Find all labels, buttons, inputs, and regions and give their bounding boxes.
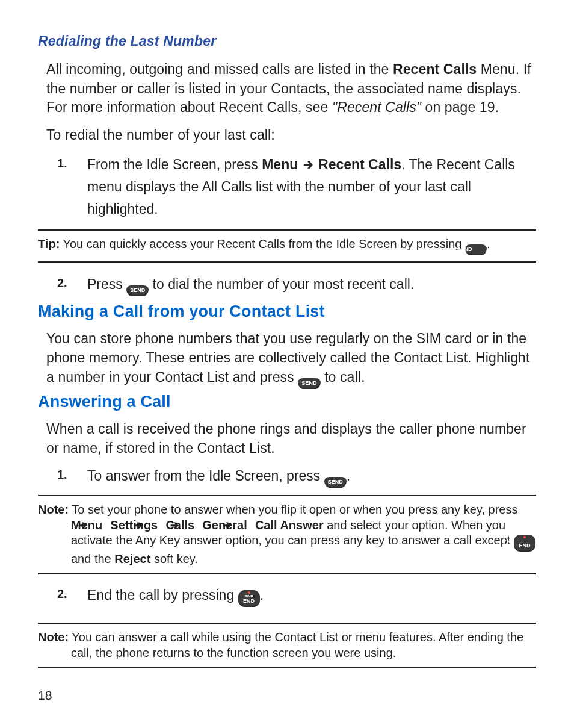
text: to call. bbox=[324, 369, 365, 385]
step-number: 1. bbox=[57, 154, 67, 173]
end-key-icon: PWREND bbox=[238, 590, 260, 607]
note-callout-2: Note: You can answer a call while using … bbox=[38, 623, 536, 668]
answer-step-2: 2. End the call by pressing PWREND. bbox=[38, 585, 536, 607]
note-callout-1: Note: To set your phone to answer when y… bbox=[38, 495, 536, 574]
redial-step-2: 2. Press SEND to dial the number of your… bbox=[38, 273, 536, 296]
bold-recent-calls: Recent Calls bbox=[318, 157, 401, 172]
section-heading-contact-list: Making a Call from your Contact List bbox=[38, 302, 536, 321]
step-number: 1. bbox=[57, 466, 67, 483]
text: . bbox=[487, 237, 490, 250]
arrow-icon: ➔ bbox=[198, 518, 199, 534]
answering-paragraph: When a call is received the phone rings … bbox=[46, 420, 536, 458]
redial-lead-in: To redial the number of your last call: bbox=[46, 126, 536, 145]
text: All incoming, outgoing and missed calls … bbox=[46, 61, 393, 77]
tip-text: You can quickly access your Recent Calls… bbox=[60, 237, 465, 250]
section-heading-answering: Answering a Call bbox=[38, 393, 536, 411]
text: Press bbox=[87, 276, 126, 292]
text: End the call by pressing bbox=[87, 587, 238, 603]
step-number: 2. bbox=[57, 273, 67, 293]
path-call-answer: Call Answer bbox=[255, 518, 324, 532]
step-number: 2. bbox=[57, 585, 67, 602]
send-key-icon: SEND bbox=[324, 477, 347, 488]
text: To answer from the Idle Screen, press bbox=[87, 468, 324, 484]
subsection-heading: Redialing the Last Number bbox=[38, 33, 536, 49]
text: From the Idle Screen, press bbox=[87, 157, 262, 172]
text: and the bbox=[71, 552, 114, 565]
note-text: You can answer a call while using the Co… bbox=[69, 630, 523, 659]
text: . bbox=[260, 587, 264, 603]
bold-menu: Menu bbox=[262, 157, 298, 172]
text: soft key. bbox=[150, 552, 198, 565]
arrow-icon: ➔ bbox=[303, 154, 313, 176]
contact-list-paragraph: You can store phone numbers that you use… bbox=[46, 329, 536, 388]
note-label: Note: bbox=[38, 503, 69, 516]
bold-recent-calls: Recent Calls bbox=[393, 61, 477, 77]
arrow-icon: ➔ bbox=[251, 518, 252, 534]
arrow-icon: ➔ bbox=[106, 518, 107, 534]
tip-callout: Tip: You can quickly access your Recent … bbox=[38, 229, 536, 263]
arrow-icon: ➔ bbox=[161, 518, 162, 534]
text: to dial the number of your most recent c… bbox=[153, 276, 415, 292]
page-number: 18 bbox=[38, 688, 52, 703]
redial-step-1: 1. From the Idle Screen, press Menu ➔ Re… bbox=[38, 154, 536, 220]
text: You can store phone numbers that you use… bbox=[46, 331, 530, 384]
bold-reject: Reject bbox=[114, 552, 150, 565]
answer-step-1: 1. To answer from the Idle Screen, press… bbox=[38, 466, 536, 488]
tip-label: Tip: bbox=[38, 237, 60, 250]
text: To set your phone to answer when you fli… bbox=[69, 503, 517, 516]
send-key-icon: SEND bbox=[126, 285, 149, 296]
send-key-icon: SEND bbox=[465, 244, 487, 255]
xref-recent-calls: "Recent Calls" bbox=[332, 99, 421, 115]
text: on page 19. bbox=[421, 99, 499, 115]
text: . bbox=[347, 468, 350, 484]
send-key-icon: SEND bbox=[298, 378, 320, 389]
note-label: Note: bbox=[38, 630, 69, 644]
intro-paragraph: All incoming, outgoing and missed calls … bbox=[46, 60, 536, 117]
end-key-icon: PWREND bbox=[514, 535, 535, 552]
